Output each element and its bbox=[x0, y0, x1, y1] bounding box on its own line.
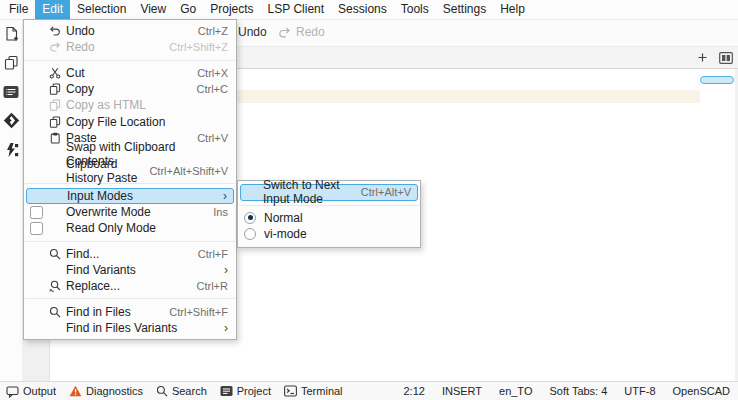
search-toggle[interactable]: Search bbox=[156, 385, 207, 397]
project-label: Project bbox=[237, 385, 271, 397]
copy-icon bbox=[49, 83, 61, 95]
menu-item-label: Cut bbox=[66, 66, 85, 80]
kate-editor-window: File Edit Selection View Go Projects LSP… bbox=[0, 0, 738, 400]
undo-button-label: Undo bbox=[238, 25, 267, 39]
project-toggle[interactable]: Project bbox=[220, 385, 271, 397]
cursor-position[interactable]: 2:12 bbox=[403, 385, 424, 397]
submenu-arrow-icon: › bbox=[224, 322, 228, 334]
menu-help[interactable]: Help bbox=[493, 0, 532, 19]
checkbox-unchecked-icon[interactable] bbox=[30, 206, 43, 219]
redo-button[interactable]: Redo bbox=[278, 25, 325, 39]
encoding[interactable]: UTF-8 bbox=[624, 385, 655, 397]
keyboard-layout[interactable]: en_TO bbox=[499, 385, 532, 397]
menu-separator bbox=[25, 60, 235, 61]
menu-go[interactable]: Go bbox=[173, 0, 203, 19]
output-label: Output bbox=[23, 385, 56, 397]
menu-view[interactable]: View bbox=[133, 0, 173, 19]
menu-item-undo[interactable]: Undo Ctrl+Z bbox=[24, 23, 236, 39]
insert-mode[interactable]: INSERT bbox=[442, 385, 482, 397]
project-icon bbox=[220, 385, 233, 397]
menu-item-label: Undo bbox=[66, 24, 95, 38]
terminal-toggle[interactable]: Terminal bbox=[284, 385, 343, 397]
menu-item-find[interactable]: Find... Ctrl+F bbox=[24, 246, 236, 262]
menu-item-label: Find... bbox=[66, 247, 99, 261]
menu-file[interactable]: File bbox=[2, 0, 35, 19]
tab-settings[interactable]: Soft Tabs: 4 bbox=[549, 385, 607, 397]
menu-item-label: Redo bbox=[66, 40, 95, 54]
symbols-icon[interactable] bbox=[3, 141, 20, 158]
paste-icon bbox=[49, 132, 61, 144]
menu-edit[interactable]: Edit bbox=[35, 0, 70, 19]
menu-item-cut[interactable]: Cut Ctrl+X bbox=[24, 65, 236, 81]
search-label: Search bbox=[172, 385, 207, 397]
status-bar: Output Diagnostics Search Project Termin… bbox=[0, 381, 738, 400]
edit-menu-popup: Undo Ctrl+Z Redo Ctrl+Shift+Z Cut Ctrl+X… bbox=[23, 19, 237, 340]
copy-icon bbox=[49, 99, 61, 111]
menu-item-shortcut: Ctrl+C bbox=[187, 83, 228, 95]
menu-item-label: Input Modes bbox=[67, 189, 133, 203]
menu-projects[interactable]: Projects bbox=[203, 0, 260, 19]
menu-item-shortcut: Ctrl+Z bbox=[188, 25, 228, 37]
replace-icon bbox=[49, 280, 61, 292]
output-toggle[interactable]: Output bbox=[6, 385, 56, 398]
documents-icon[interactable] bbox=[3, 54, 20, 71]
menu-item-label: Overwrite Mode bbox=[66, 205, 151, 219]
scrollbar-thumb[interactable] bbox=[700, 76, 734, 84]
submenu-arrow-icon: › bbox=[224, 264, 228, 276]
redo-icon bbox=[49, 41, 61, 53]
diagnostics-label: Diagnostics bbox=[86, 385, 143, 397]
menu-item-copy[interactable]: Copy Ctrl+C bbox=[24, 81, 236, 97]
left-dock bbox=[0, 20, 23, 381]
menu-item-overwrite-mode[interactable]: Overwrite Mode Ins bbox=[24, 204, 236, 220]
menu-item-shortcut: Ctrl+X bbox=[187, 67, 228, 79]
openscad-diamond-icon[interactable] bbox=[3, 112, 20, 129]
menu-item-shortcut: Ctrl+Shift+F bbox=[159, 306, 228, 318]
menu-item-shortcut: Ctrl+F bbox=[188, 248, 228, 260]
terminal-label: Terminal bbox=[301, 385, 343, 397]
menu-item-find-variants[interactable]: Find Variants › bbox=[24, 262, 236, 278]
submenu-item-vi-mode[interactable]: vi-mode bbox=[238, 226, 420, 243]
new-tab-plus-icon[interactable] bbox=[697, 52, 708, 63]
submenu-item-label: Switch to Next Input Mode bbox=[263, 178, 355, 206]
menu-item-label: Copy as HTML bbox=[66, 98, 146, 112]
menu-item-shortcut: Ins bbox=[203, 206, 228, 218]
menu-item-label: Find in Files Variants bbox=[66, 321, 177, 335]
menu-separator bbox=[25, 298, 235, 299]
menu-item-clipboard-history-paste[interactable]: Clipboard History Paste Ctrl+Alt+Shift+V bbox=[24, 162, 236, 178]
menu-item-find-in-files-variants[interactable]: Find in Files Variants › bbox=[24, 320, 236, 336]
undo-icon bbox=[49, 25, 61, 37]
submenu-item-switch-input-mode[interactable]: Switch to Next Input Mode Ctrl+Alt+V bbox=[240, 184, 418, 201]
submenu-item-label: Normal bbox=[264, 211, 303, 225]
split-view-icon[interactable] bbox=[719, 52, 733, 64]
search-icon bbox=[156, 385, 168, 397]
menu-sessions[interactable]: Sessions bbox=[331, 0, 394, 19]
redo-button-label: Redo bbox=[296, 25, 325, 39]
syntax-mode[interactable]: OpenSCAD bbox=[673, 385, 730, 397]
diagnostics-warning-icon bbox=[69, 385, 82, 397]
redo-icon bbox=[278, 26, 291, 39]
menu-item-input-modes[interactable]: Input Modes › bbox=[26, 188, 234, 204]
checkbox-unchecked-icon[interactable] bbox=[30, 222, 43, 235]
output-icon bbox=[6, 385, 19, 398]
menu-item-copy-file-location[interactable]: Copy File Location bbox=[24, 113, 236, 129]
radio-selected-icon[interactable] bbox=[244, 212, 256, 224]
new-document-icon[interactable] bbox=[3, 25, 20, 42]
menu-tools[interactable]: Tools bbox=[394, 0, 436, 19]
menu-item-read-only-mode[interactable]: Read Only Mode bbox=[24, 220, 236, 236]
diagnostics-toggle[interactable]: Diagnostics bbox=[69, 385, 143, 397]
menubar: File Edit Selection View Go Projects LSP… bbox=[0, 0, 738, 20]
menu-item-redo[interactable]: Redo Ctrl+Shift+Z bbox=[24, 39, 236, 55]
menu-selection[interactable]: Selection bbox=[70, 0, 133, 19]
radio-unselected-icon[interactable] bbox=[244, 228, 256, 240]
menu-lsp-client[interactable]: LSP Client bbox=[261, 0, 331, 19]
submenu-item-normal[interactable]: Normal bbox=[238, 210, 420, 227]
input-modes-submenu: Switch to Next Input Mode Ctrl+Alt+V Nor… bbox=[237, 180, 421, 248]
menu-item-find-in-files[interactable]: Find in Files Ctrl+Shift+F bbox=[24, 303, 236, 319]
menu-item-shortcut: Ctrl+Alt+Shift+V bbox=[139, 165, 228, 177]
menu-item-copy-as-html[interactable]: Copy as HTML bbox=[24, 97, 236, 113]
menu-item-replace[interactable]: Replace... Ctrl+R bbox=[24, 278, 236, 294]
project-list-icon[interactable] bbox=[3, 83, 20, 100]
cut-icon bbox=[49, 67, 61, 79]
menu-item-label: Read Only Mode bbox=[66, 221, 156, 235]
menu-settings[interactable]: Settings bbox=[436, 0, 493, 19]
